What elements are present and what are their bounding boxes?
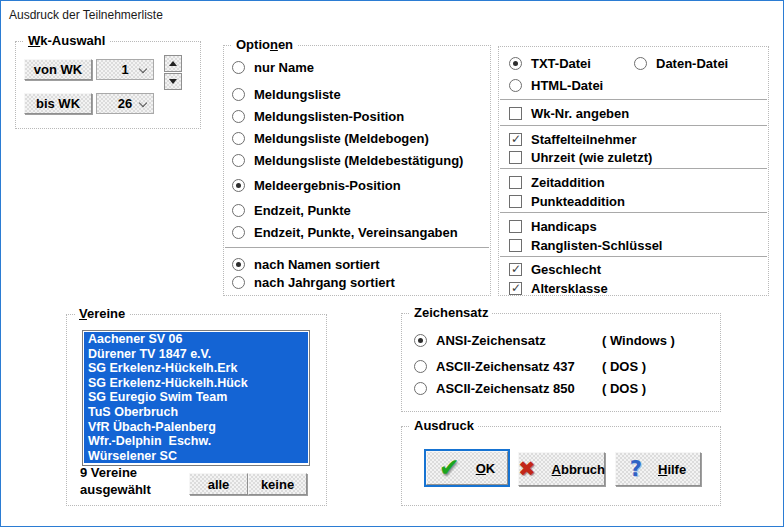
radio-icon (232, 179, 245, 192)
group-label-wk-auswahl: Wk-Auswahl (24, 33, 109, 48)
abbruch-button-label: Abbruch (552, 462, 605, 477)
option-ansi-zeichensatz[interactable]: ANSI-Zeichensatz (414, 332, 546, 348)
list-item[interactable]: Dürener TV 1847 e.V. (84, 347, 308, 362)
option-nach-namen-sortiert[interactable]: nach Namen sortiert (232, 256, 380, 272)
keine-button[interactable]: keine (248, 473, 307, 495)
ok-button[interactable]: ✔ OK (424, 449, 510, 487)
option-meldungslisten-position[interactable]: Meldungslisten-Position (232, 108, 404, 124)
check-staffelteilnehmer[interactable]: Staffelteilnehmer (509, 131, 636, 147)
radio-icon (232, 61, 245, 74)
option-meldungsliste-meldebestaetigung[interactable]: Meldungsliste (Meldebestätigung) (232, 152, 463, 168)
spinner-up-button[interactable] (164, 55, 182, 72)
separator (500, 212, 767, 213)
group-label-zeichensatz: Zeichensatz (410, 305, 492, 320)
list-item[interactable]: TuS Oberbruch (84, 405, 308, 420)
von-wk-value: 1 (121, 62, 128, 77)
question-mark-icon: ? (630, 459, 642, 479)
wk-spinner (164, 55, 182, 90)
option-ascii-zeichensatz-437[interactable]: ASCII-Zeichensatz 437 (414, 358, 575, 374)
zeichensatz-hint: ( Windows ) (602, 333, 675, 348)
radio-icon (634, 57, 647, 70)
dialog-ausdruck-teilnehmerliste: Ausdruck der Teilnehmerliste Wk-Auswahl … (0, 0, 784, 527)
cancel-x-icon: ✖ (518, 459, 536, 479)
separator (500, 99, 767, 100)
separator (225, 247, 489, 248)
vereine-listbox[interactable]: Aachener SV 06 Dürener TV 1847 e.V. SG E… (82, 330, 310, 466)
bis-wk-select[interactable]: 26 (96, 93, 154, 114)
check-label: Handicaps (531, 219, 597, 234)
option-label: Meldungsliste (Meldebogen) (254, 131, 429, 146)
checkbox-icon (509, 133, 522, 146)
list-item[interactable]: Würselener SC (84, 449, 308, 464)
alle-button[interactable]: alle (189, 473, 248, 495)
radio-icon (414, 360, 427, 373)
radio-icon (232, 226, 245, 239)
option-label: Meldeergebnis-Position (254, 178, 401, 193)
option-nach-jahrgang-sortiert[interactable]: nach Jahrgang sortiert (232, 274, 395, 290)
check-wk-nr-angeben[interactable]: Wk-Nr. angeben (509, 105, 629, 121)
group-label-ausdruck: Ausdruck (410, 418, 478, 433)
chevron-down-icon (139, 65, 147, 73)
separator (500, 125, 767, 126)
arrow-up-icon (169, 61, 177, 66)
arrow-down-icon (169, 79, 177, 84)
check-label: Zeitaddition (531, 175, 605, 190)
option-label: nur Name (254, 60, 314, 75)
von-wk-select[interactable]: 1 (96, 59, 154, 80)
bis-wk-value: 26 (118, 96, 132, 111)
check-label: Ranglisten-Schlüssel (531, 238, 662, 253)
spinner-down-button[interactable] (164, 73, 182, 90)
checkbox-icon (509, 176, 522, 189)
check-handicaps[interactable]: Handicaps (509, 218, 597, 234)
radio-icon (232, 110, 245, 123)
list-item[interactable]: Aachener SV 06 (84, 332, 308, 347)
check-label: Staffelteilnehmer (531, 132, 636, 147)
list-item[interactable]: Wfr.-Delphin Eschw. (84, 434, 308, 449)
option-meldeergebnis-position[interactable]: Meldeergebnis-Position (232, 177, 401, 193)
option-label: Daten-Datei (656, 56, 728, 71)
abbruch-button[interactable]: ✖ Abbruch (518, 452, 605, 486)
check-altersklasse[interactable]: Altersklasse (509, 280, 608, 296)
list-item[interactable]: SG Euregio Swim Team (84, 390, 308, 405)
window-title: Ausdruck der Teilnehmerliste (9, 8, 163, 22)
von-wk-button[interactable]: von WK (24, 59, 92, 80)
group-zeichensatz: Zeichensatz ANSI-Zeichensatz ( Windows )… (401, 313, 721, 412)
radio-icon (414, 334, 427, 347)
check-ranglisten-schluessel[interactable]: Ranglisten-Schlüssel (509, 237, 662, 253)
check-uhrzeit[interactable]: Uhrzeit (wie zuletzt) (509, 149, 652, 165)
radio-icon (232, 204, 245, 217)
option-label: ASCII-Zeichensatz 850 (436, 381, 575, 396)
option-ascii-zeichensatz-850[interactable]: ASCII-Zeichensatz 850 (414, 380, 575, 396)
option-endzeit-punkte[interactable]: Endzeit, Punkte (232, 202, 351, 218)
option-daten-datei[interactable]: Daten-Datei (634, 55, 728, 71)
group-label-optionen: Optionen (232, 37, 297, 52)
option-txt-datei[interactable]: TXT-Datei (509, 55, 591, 71)
option-html-datei[interactable]: HTML-Datei (509, 77, 603, 93)
list-item[interactable]: VfR Übach-Palenberg (84, 420, 308, 435)
check-zeitaddition[interactable]: Zeitaddition (509, 174, 605, 190)
check-geschlecht[interactable]: Geschlecht (509, 261, 601, 277)
bis-wk-button[interactable]: bis WK (24, 93, 92, 114)
option-meldungsliste-meldebogen[interactable]: Meldungsliste (Meldebogen) (232, 130, 429, 146)
checkbox-icon (509, 195, 522, 208)
vereine-count-line2: ausgewählt (80, 482, 151, 497)
option-nur-name[interactable]: nur Name (232, 59, 314, 75)
check-label: Punkteaddition (531, 194, 625, 209)
group-label-vereine: Vereine (75, 306, 129, 321)
radio-icon (509, 79, 522, 92)
checkbox-icon (509, 107, 522, 120)
option-meldungsliste[interactable]: Meldungsliste (232, 86, 341, 102)
option-label: Meldungslisten-Position (254, 109, 404, 124)
group-optionen: Optionen nur Name Meldungsliste Meldungs… (223, 45, 491, 296)
option-label: ASCII-Zeichensatz 437 (436, 359, 575, 374)
list-item[interactable]: SG Erkelenz-Hückelh.Hück (84, 376, 308, 391)
option-label: nach Namen sortiert (254, 257, 380, 272)
option-label: nach Jahrgang sortiert (254, 275, 395, 290)
list-item[interactable]: SG Erkelenz-Hückelh.Erk (84, 361, 308, 376)
title-bar: Ausdruck der Teilnehmerliste (1, 1, 783, 29)
group-ausgabe-optionen: TXT-Datei Daten-Datei HTML-Datei Wk-Nr. … (498, 46, 769, 296)
check-punkteaddition[interactable]: Punkteaddition (509, 193, 625, 209)
check-label: Uhrzeit (wie zuletzt) (531, 150, 652, 165)
option-endzeit-punkte-vereinsangaben[interactable]: Endzeit, Punkte, Vereinsangaben (232, 224, 458, 240)
hilfe-button[interactable]: ? Hilfe (615, 452, 701, 486)
